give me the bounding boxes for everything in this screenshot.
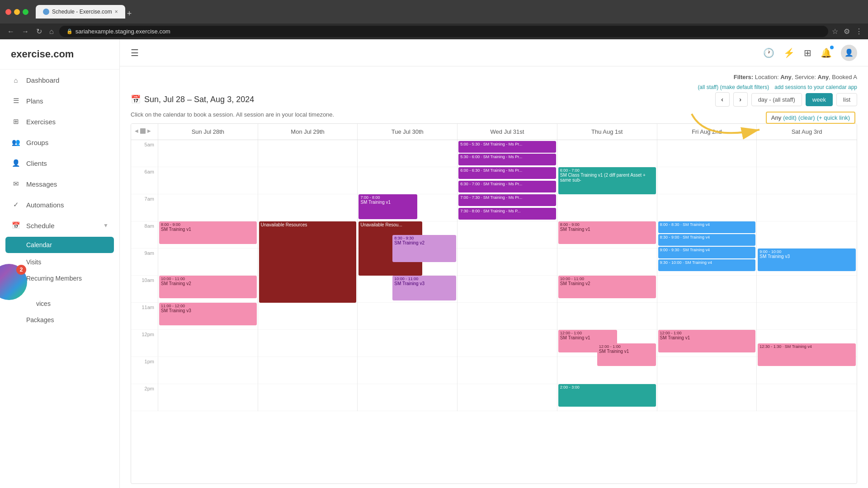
day-header-fri: Fri Aug 2nd: [657, 124, 757, 140]
hamburger-button[interactable]: ☰: [131, 47, 139, 58]
tue-event-3[interactable]: 8:30 - 9:30 SM Training v2: [392, 235, 456, 262]
mon-row-7am: [258, 194, 358, 221]
day-col-sun[interactable]: 8:00 - 9:00 SM Training v1 10:00 - 11:00…: [158, 140, 258, 411]
sidebar-item-groups[interactable]: 👥 Groups: [0, 132, 119, 153]
calendar-controls: ‹ › day - (all staff) week list: [715, 92, 857, 107]
day-col-sat[interactable]: 9:00 - 10:00 SM Training v3 12:30 - 1:30…: [757, 140, 857, 411]
sidebar-item-messages[interactable]: ✉ Messages: [0, 174, 119, 194]
fri-row-6am: [657, 167, 757, 194]
lightning-icon[interactable]: ⚡: [783, 47, 795, 58]
fri-event-3[interactable]: 9:00 - 9:30 · SM Training v4: [658, 247, 756, 258]
filter-clear-link[interactable]: (clear): [798, 114, 815, 121]
home-button[interactable]: ⌂: [47, 26, 56, 38]
all-staff-link[interactable]: (all staff) (make default filters): [698, 84, 769, 90]
prev-week-button[interactable]: ‹: [715, 92, 730, 107]
tue-event-1[interactable]: 7:00 - 8:00 SM Training v1: [359, 194, 417, 219]
next-week-button[interactable]: ›: [733, 92, 748, 107]
filter-highlight-container: Any (edit) (clear) (+ quick link): [766, 112, 855, 124]
day-col-thu[interactable]: 6:00 - 7:00 SM Class Training v1 (2 diff…: [557, 140, 657, 411]
wed-event-5-label: 7:00 - 7:30 · SM Training - Ms Pr...: [460, 195, 554, 200]
thu-event-2[interactable]: 8:00 - 9:00 SM Training v1: [558, 221, 656, 244]
thu-event-2-label: SM Training v1: [560, 227, 654, 232]
forward-button[interactable]: →: [20, 26, 31, 38]
wed-event-3[interactable]: 6:00 - 6:30 · SM Training - Ms Pr...: [458, 167, 556, 179]
filter-any-label: Any: [771, 114, 781, 121]
sidebar-item-schedule[interactable]: 📅 Schedule ▼: [0, 215, 119, 236]
extensions-icon[interactable]: ⚙: [844, 27, 850, 36]
recurring-members-container: Recurring Members 2: [0, 270, 119, 286]
day-view-button[interactable]: day - (all staff): [751, 93, 802, 106]
clock-icon[interactable]: 🕐: [763, 47, 774, 58]
calendar-scroll-area[interactable]: 5am 6am 7am 8am 9am 10am 11am 12pm 1pm 2…: [131, 140, 857, 483]
bell-icon[interactable]: 🔔: [821, 47, 832, 58]
add-calendar-link[interactable]: add sessions to your calendar app: [774, 84, 857, 90]
fri-event-1[interactable]: 8:00 - 8:30 · SM Training v4: [658, 221, 756, 233]
thu-event-3[interactable]: 10:00 - 11:00 SM Training v2: [558, 276, 656, 298]
day-header-mon: Mon Jul 29th: [258, 124, 358, 140]
app-container: exercise.com ⌂ Dashboard ☰ Plans ⊞ Exerc…: [0, 39, 868, 488]
maximize-window-button[interactable]: [23, 9, 28, 15]
time-5am: 5am: [131, 140, 158, 167]
left-arrow-icon: ◀: [135, 128, 138, 134]
thu-event-1[interactable]: 6:00 - 7:00 SM Class Training v1 (2 diff…: [558, 167, 656, 194]
wed-event-2[interactable]: 5:30 - 6:00 · SM Training - Ms Pr...: [458, 154, 556, 165]
sat-row-8am: [757, 221, 857, 249]
mon-row-2pm: [258, 384, 358, 411]
week-view-button[interactable]: week: [806, 93, 833, 106]
browser-chrome: Schedule - Exercise.com × +: [0, 0, 868, 23]
new-tab-button[interactable]: +: [127, 9, 132, 19]
sun-event-1[interactable]: 8:00 - 9:00 SM Training v1: [159, 221, 257, 244]
sidebar-item-exercises[interactable]: ⊞ Exercises: [0, 111, 119, 132]
filter-any-box: Any (edit) (clear) (+ quick link): [766, 112, 855, 124]
thu-event-5[interactable]: 12:00 - 1:00 SM Training v1: [597, 343, 656, 366]
active-tab[interactable]: Schedule - Exercise.com ×: [36, 5, 125, 19]
address-bar[interactable]: 🔒 sariahexample.staging.exercise.com: [59, 26, 828, 37]
wed-event-1[interactable]: 5:00 - 5:30 · SM Training - Ms Pr...: [458, 141, 556, 153]
fri-event-5[interactable]: 12:00 - 1:00 SM Training v1: [658, 330, 756, 352]
sun-row-6am: [158, 167, 258, 194]
sidebar-item-automations[interactable]: ✓ Automations: [0, 194, 119, 215]
day-col-tue[interactable]: 7:00 - 8:00 SM Training v1 Unavailable R…: [358, 140, 458, 411]
list-view-button[interactable]: list: [836, 93, 857, 106]
thu-event-6[interactable]: 2:00 - 3:00: [558, 384, 656, 407]
wed-event-6[interactable]: 7:30 - 8:00 · SM Training - Ms P...: [458, 208, 556, 220]
sidebar-item-packages[interactable]: Packages: [0, 312, 119, 328]
sat-row-7am: [757, 194, 857, 221]
back-button[interactable]: ←: [5, 26, 16, 38]
sidebar-item-clients[interactable]: 👤 Clients: [0, 153, 119, 174]
time-9am: 9am: [131, 249, 158, 276]
sat-event-1[interactable]: 9:00 - 10:00 SM Training v3: [758, 249, 856, 271]
sun-event-3[interactable]: 11:00 - 12:00 SM Training v3: [159, 303, 257, 325]
wed-event-3-label: 6:00 - 6:30 · SM Training - Ms Pr...: [460, 168, 554, 173]
sat-event-2[interactable]: 12:30 - 1:30 · SM Training v4: [758, 343, 856, 366]
user-avatar[interactable]: 👤: [841, 45, 857, 61]
sidebar-item-calendar[interactable]: Calendar: [5, 237, 114, 253]
tue-event-4[interactable]: 10:00 - 11:00 SM Training v3: [392, 276, 456, 300]
menu-icon[interactable]: ⋮: [855, 27, 863, 36]
minimize-window-button[interactable]: [14, 9, 20, 15]
day-col-fri[interactable]: 8:00 - 8:30 · SM Training v4 8:30 - 9:00…: [657, 140, 757, 411]
sun-event-2[interactable]: 10:00 - 11:00 SM Training v2: [159, 276, 257, 298]
filter-quick-link[interactable]: (+ quick link): [817, 114, 850, 121]
day-col-mon[interactable]: Unavailable Resources: [258, 140, 358, 411]
mon-event-1[interactable]: Unavailable Resources: [259, 221, 357, 303]
fri-event-4[interactable]: 9:30 - 10:00 · SM Training v4: [658, 259, 756, 271]
day-col-wed[interactable]: 5:00 - 5:30 · SM Training - Ms Pr... 5:3…: [458, 140, 557, 411]
close-window-button[interactable]: [5, 9, 11, 15]
filter-edit-link[interactable]: (edit): [783, 114, 797, 121]
tab-title: Schedule - Exercise.com: [52, 9, 112, 15]
browser-traffic-lights: [5, 9, 28, 15]
wed-event-5[interactable]: 7:00 - 7:30 · SM Training - Ms Pr...: [458, 194, 556, 206]
tue-row-1pm: [358, 357, 457, 384]
service-value: Any: [818, 74, 829, 80]
grid-icon[interactable]: ⊞: [804, 47, 811, 58]
mon-row-11am: [258, 303, 358, 330]
sidebar-item-dashboard[interactable]: ⌂ Dashboard: [0, 70, 119, 90]
wed-event-4[interactable]: 6:30 - 7:00 · SM Training - Ms Pr...: [458, 181, 556, 192]
tab-close-button[interactable]: ×: [115, 9, 118, 15]
fri-event-2[interactable]: 8:30 - 9:00 · SM Training v4: [658, 234, 756, 246]
refresh-button[interactable]: ↻: [34, 25, 44, 38]
day-header-wed: Wed Jul 31st: [458, 124, 557, 140]
sidebar-item-plans[interactable]: ☰ Plans: [0, 90, 119, 111]
star-icon[interactable]: ☆: [832, 27, 838, 36]
